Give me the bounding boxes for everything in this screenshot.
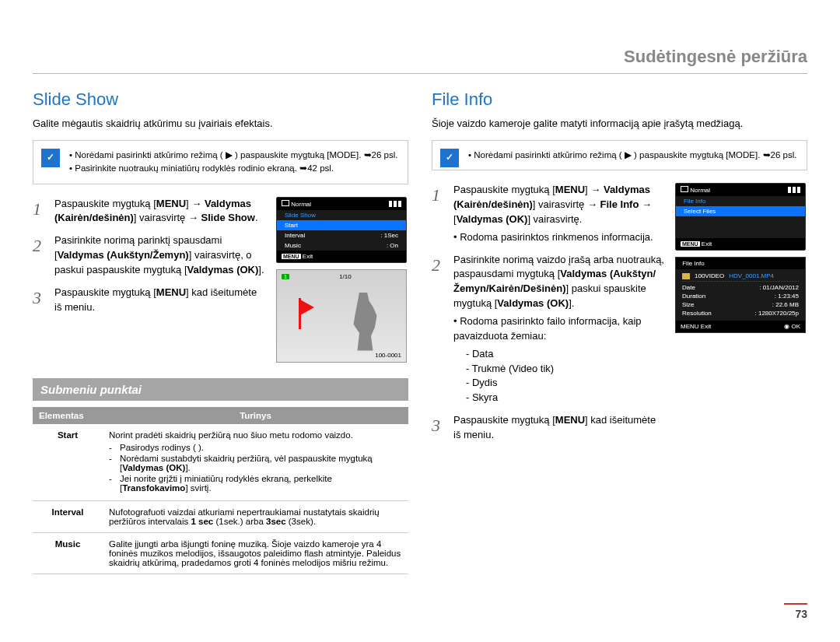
- osd-item: Select Files: [676, 206, 805, 216]
- step-number: 2: [432, 253, 446, 405]
- step-number: 1: [33, 197, 47, 226]
- menu-chip: MENU: [681, 241, 700, 247]
- right-info-box: ✓ Norėdami pasirinkti atkūrimo režimą ( …: [432, 140, 807, 170]
- page-header: Sudėtingesnė peržiūra: [33, 47, 807, 74]
- back-icon: [681, 186, 688, 192]
- left-osd-stack: Normal Slide Show Start Interval: 1Sec M…: [276, 197, 408, 363]
- submenu-heading: Submeniu punktai: [33, 378, 408, 401]
- back-icon: [282, 200, 289, 206]
- left-info-item: Pasirinkite nuotraukų miniatiūrų rodyklė…: [69, 162, 398, 175]
- left-intro: Galite mėgautis skaidrių atkūrimu su įva…: [33, 118, 408, 129]
- step-number: 2: [33, 233, 47, 278]
- step-body: Paspauskite mygtuką [MENU] kad išeitumėt…: [54, 286, 265, 315]
- osd-preview: 1 1/10 100-0001: [276, 269, 407, 363]
- battery-icon: [389, 201, 401, 207]
- osd-exit: Exit: [702, 240, 712, 247]
- folder-icon: [682, 273, 690, 279]
- left-steps: 1 Paspauskite mygtuką [MENU] → Valdymas …: [33, 197, 265, 323]
- step-number: 3: [432, 413, 446, 443]
- check-icon: ✓: [440, 149, 459, 167]
- osd-counter: 1/10: [339, 273, 352, 280]
- check-icon: ✓: [41, 149, 60, 167]
- table-row: Music Galite įjungti arba išjungti fonin…: [33, 532, 408, 574]
- table-cell-item: Start: [33, 424, 103, 501]
- osd-menu: Normal Slide Show Start Interval: 1Sec M…: [276, 197, 407, 263]
- step-number: 3: [33, 286, 47, 315]
- step-body: Pasirinkite norimą vaizdo įrašą arba nuo…: [453, 253, 664, 405]
- osd-item: Interval: 1Sec: [277, 230, 406, 240]
- osd-exit: Exit: [303, 253, 313, 260]
- osd-info-title: File Info: [682, 260, 704, 267]
- osd-item: Music: On: [277, 240, 406, 251]
- step-body: Pasirinkite norimą parinktį spausdami [V…: [54, 233, 265, 278]
- flag-icon: [300, 300, 314, 315]
- table-row: Interval Nufotografuoti vaizdai atkuriam…: [33, 500, 408, 532]
- osd-item: Start: [277, 220, 406, 230]
- table-header: Turinys: [103, 407, 408, 424]
- left-column: Slide Show Galite mėgautis skaidrių atkū…: [33, 89, 408, 574]
- folder-name: 100VIDEO: [695, 272, 724, 279]
- left-info-item: Norėdami pasirinkti atkūrimo režimą ( ▶ …: [69, 149, 398, 162]
- right-section-title: File Info: [432, 89, 807, 110]
- right-steps: 1 Paspauskite mygtuką [MENU] → Valdymas …: [432, 183, 664, 451]
- page-title: Sudėtingesnė peržiūra: [624, 47, 807, 66]
- left-info-box: ✓ Norėdami pasirinkti atkūrimo režimą ( …: [33, 140, 408, 184]
- silhouette-icon: [344, 293, 383, 351]
- table-row: Start Norint pradėti skaidrių peržiūrą n…: [33, 424, 408, 501]
- menu-chip: MENU: [282, 254, 301, 259]
- table-cell-content: Norint pradėti skaidrių peržiūrą nuo šiu…: [103, 424, 408, 501]
- osd-file-info: File Info 100VIDEO HDV_0001.MP4 Date: 01…: [675, 257, 806, 333]
- submenu-table: Elementas Turinys Start Norint pradėti s…: [33, 407, 408, 574]
- page-number: 73: [784, 603, 807, 620]
- right-intro: Šioje vaizdo kameroje galite matyti info…: [432, 118, 807, 129]
- table-cell-content: Nufotografuoti vaizdai atkuriami nepertr…: [103, 500, 408, 532]
- osd-fileno: 100-0001: [375, 352, 401, 359]
- right-column: File Info Šioje vaizdo kameroje galite m…: [432, 89, 807, 574]
- osd-section: File Info: [676, 196, 805, 206]
- file-name: HDV_0001.MP4: [729, 272, 774, 279]
- left-section-title: Slide Show: [33, 89, 408, 110]
- menu-chip: MENU: [681, 323, 699, 330]
- step-body: Paspauskite mygtuką [MENU] → Valdymas (K…: [453, 183, 664, 244]
- table-header: Elementas: [33, 407, 103, 424]
- battery-icon: [788, 187, 800, 193]
- badge-icon: 1: [282, 274, 289, 279]
- step-body: Paspauskite mygtuką [MENU] kad išeitumėt…: [453, 413, 664, 443]
- osd-top: Normal: [291, 201, 311, 208]
- right-info-item: Norėdami pasirinkti atkūrimo režimą ( ▶ …: [468, 149, 797, 162]
- osd-top: Normal: [690, 187, 710, 194]
- step-number: 1: [432, 183, 446, 244]
- step-body: Paspauskite mygtuką [MENU] → Valdymas (K…: [54, 197, 265, 226]
- table-cell-item: Interval: [33, 500, 103, 532]
- osd-section: Slide Show: [277, 210, 406, 220]
- table-cell-item: Music: [33, 532, 103, 574]
- right-osd-stack: Normal File Info Select Files MENU Exit …: [675, 183, 807, 333]
- osd-menu: Normal File Info Select Files MENU Exit: [675, 183, 806, 251]
- table-cell-content: Galite įjungti arba išjungti foninę muzi…: [103, 532, 408, 574]
